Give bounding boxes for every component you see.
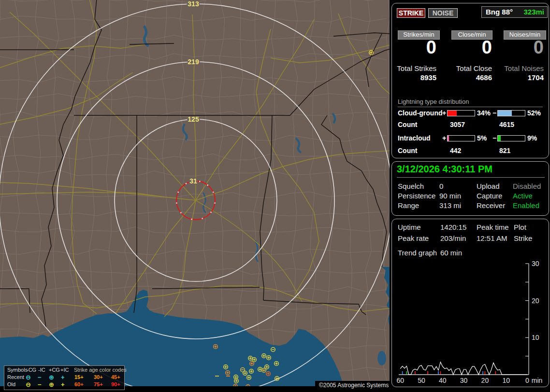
plus-sign: + xyxy=(442,134,446,142)
range-value: 313 mi xyxy=(439,201,461,210)
legend-col-header: +CG xyxy=(49,367,60,373)
minus-sign: − xyxy=(492,109,496,117)
side-panel: STRIKE NOISE Bng 88° 323mi Strikes/min C… xyxy=(390,0,550,392)
clock-status-box: 3/12/2026 4:30:11 PM Squelch 0 Upload Di… xyxy=(391,161,549,216)
strike-symbol-icon: ⊕ xyxy=(49,374,54,381)
legend-col-header: -CG xyxy=(27,367,36,373)
upload-label: Upload xyxy=(477,182,500,190)
ic-plus-count: 442 xyxy=(450,147,461,154)
svg-text:30: 30 xyxy=(532,260,539,267)
squelch-value: 0 xyxy=(439,182,443,190)
age-code-label: 45+ xyxy=(111,374,120,380)
strike-symbol-icon: + xyxy=(61,374,65,381)
close-per-min-value: 0 xyxy=(434,37,492,58)
svg-text:50: 50 xyxy=(418,377,425,384)
ring-distance-label: 219 xyxy=(188,58,199,66)
legend-col-header: -IC xyxy=(38,367,45,373)
ring-distance-label: 125 xyxy=(188,115,199,123)
age-code-label: 60+ xyxy=(74,381,84,387)
svg-text:20: 20 xyxy=(532,297,539,305)
cg-minus-pct: 52% xyxy=(527,109,541,117)
ring-distance-label: 313 xyxy=(188,0,199,8)
lightning-map[interactable]: 31321912531 xyxy=(0,0,390,386)
noises-per-min-value: 0 xyxy=(486,37,544,58)
age-code-label: 30+ xyxy=(94,374,103,380)
receiver-label: Receiver xyxy=(477,201,505,210)
distribution-header: Lightning type distribution xyxy=(398,98,543,107)
svg-text:min: min xyxy=(532,377,543,384)
app-window: 31321912531 Symbols-CG-IC+CG+ICStrike ag… xyxy=(0,0,550,392)
cg-minus-bar xyxy=(497,110,525,116)
strike-symbol-icon: ⊖ xyxy=(26,374,31,381)
plus-sign: + xyxy=(442,109,446,117)
map-area[interactable]: 31321912531 Symbols-CG-IC+CG+ICStrike ag… xyxy=(0,0,390,392)
count-label: Count xyxy=(398,121,417,128)
strike-symbol-icon: − xyxy=(38,374,42,381)
stats-trend-box: Uptime 1420:15 Peak time Plot Peak rate … xyxy=(391,219,549,387)
ic-minus-count: 821 xyxy=(499,147,510,154)
persistence-label: Persistence xyxy=(398,192,435,200)
bearing-label: Bng 88° xyxy=(486,7,513,17)
count-label: Count xyxy=(398,147,417,154)
total-strikes-value: 8935 xyxy=(374,73,436,82)
legend-col-header: Symbols xyxy=(7,367,28,373)
svg-text:60: 60 xyxy=(396,377,404,384)
legend-row-label: Recent xyxy=(7,374,24,380)
cg-plus-count: 3057 xyxy=(450,121,465,128)
ic-plus-bar xyxy=(447,135,475,141)
strikes-per-min-value: 0 xyxy=(378,37,436,58)
strike-symbol-icon: ⊖ xyxy=(26,381,31,388)
strike-stats-box: STRIKE NOISE Bng 88° 323mi Strikes/min C… xyxy=(391,3,549,158)
age-code-label: 75+ xyxy=(94,381,103,387)
capture-label: Capture xyxy=(477,192,502,200)
squelch-label: Squelch xyxy=(398,182,424,190)
persistence-value: 90 min xyxy=(439,192,461,200)
ic-minus-bar xyxy=(497,135,525,141)
range-label: Range xyxy=(398,201,419,210)
total-strikes-label: Total Strikes xyxy=(374,64,436,72)
cg-minus-count: 4615 xyxy=(499,121,514,128)
cg-plus-bar xyxy=(447,110,475,116)
total-noises-value: 1704 xyxy=(481,73,544,82)
bearing-range: 323mi xyxy=(523,7,544,17)
upload-status: Disabled xyxy=(513,182,541,190)
legend-age-header: Strike age color codes xyxy=(74,367,127,373)
ic-minus-pct: 9% xyxy=(527,134,537,142)
legend-col-header: +IC xyxy=(60,367,69,373)
intracloud-label: Intracloud xyxy=(398,134,431,142)
svg-text:10: 10 xyxy=(532,334,539,341)
lake-pontchartrain xyxy=(94,313,127,330)
trend-graph: 1020306050403020100min xyxy=(392,219,548,386)
legend-row-label: Old xyxy=(7,381,15,387)
datetime-display: 3/12/2026 4:30:11 PM xyxy=(397,164,545,178)
strike-symbol-icon: ⊕ xyxy=(49,381,54,388)
bearing-display: Bng 88° 323mi xyxy=(481,6,548,18)
noise-button[interactable]: NOISE xyxy=(428,8,458,18)
map-legend: Symbols-CG-IC+CG+ICStrike age color code… xyxy=(4,365,125,390)
receiver-status: Enabled xyxy=(513,201,539,210)
ic-plus-pct: 5% xyxy=(477,134,487,142)
strike-symbol-icon: − xyxy=(38,381,42,388)
age-code-label: 90+ xyxy=(111,381,120,387)
ring-distance-label: 31 xyxy=(189,177,197,185)
strike-button[interactable]: STRIKE xyxy=(397,8,425,18)
svg-text:10: 10 xyxy=(502,377,510,384)
age-code-label: 15+ xyxy=(74,374,84,380)
svg-text:0: 0 xyxy=(525,377,529,384)
total-noises-label: Total Noises xyxy=(481,64,544,72)
svg-text:20: 20 xyxy=(481,377,489,384)
minus-sign: − xyxy=(492,134,496,142)
cg-plus-pct: 34% xyxy=(477,109,491,117)
capture-status: Active xyxy=(513,192,533,200)
cloud-ground-label: Cloud-ground xyxy=(398,109,443,117)
svg-text:40: 40 xyxy=(439,377,447,384)
strike-symbol-icon: + xyxy=(61,381,65,388)
copyright-text: ©2005 Astrogenic Systems xyxy=(315,381,392,390)
svg-text:30: 30 xyxy=(460,377,468,384)
